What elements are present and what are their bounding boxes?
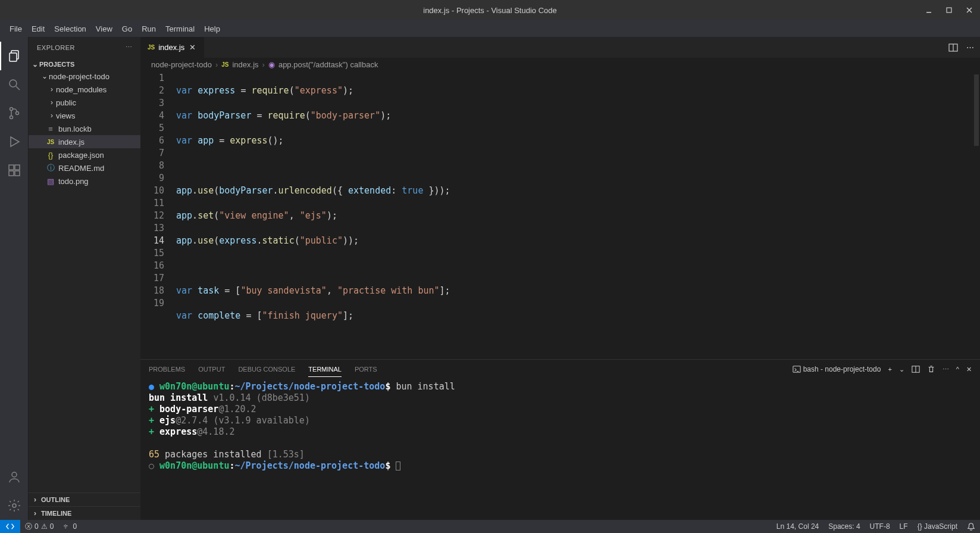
js-icon: JS [221,61,228,68]
menu-run[interactable]: Run [137,22,161,36]
svg-rect-5 [10,53,17,61]
explorer-title: EXPLORER [37,44,75,51]
image-icon: ▧ [45,177,56,186]
status-eol[interactable]: LF [895,522,913,531]
status-spaces[interactable]: Spaces: 4 [824,522,865,531]
kill-terminal-icon[interactable] [927,365,935,373]
terminal-shell-label[interactable]: bash - node-project-todo [793,365,881,373]
svg-rect-12 [9,171,14,176]
panel-tab-output[interactable]: OUTPUT [198,362,225,376]
maximize-button[interactable] [942,3,956,17]
terminal-dropdown-icon[interactable]: ⌄ [899,366,904,373]
json-icon: {} [45,151,56,160]
file-icon: ≡ [45,124,56,133]
folder-views[interactable]: ›views [29,109,140,122]
account-icon[interactable] [0,463,29,491]
breadcrumbs[interactable]: node-project-todo› JS index.js› ◉ app.po… [140,58,980,71]
tab-index-js[interactable]: JS index.js ✕ [140,37,205,58]
menu-terminal[interactable]: Terminal [161,22,199,36]
tab-close-icon[interactable]: ✕ [188,43,197,52]
file-bun-lockb[interactable]: ≡bun.lockb [29,122,140,135]
code-editor[interactable]: 12345678910111213141516171819 var expres… [140,71,980,359]
outline-section[interactable]: › OUTLINE [29,493,140,506]
svg-point-9 [10,116,12,119]
info-icon: ⓘ [45,163,56,173]
status-position[interactable]: Ln 14, Col 24 [772,522,824,531]
terminal-more-icon[interactable]: ⋯ [943,366,949,373]
svg-rect-14 [15,165,20,170]
source-control-icon[interactable] [0,99,29,127]
remote-button[interactable] [0,520,20,533]
menu-go[interactable]: Go [117,22,137,36]
split-terminal-icon[interactable] [912,365,920,373]
svg-point-10 [15,112,18,115]
folder-root[interactable]: ⌄node-project-todo [29,70,140,83]
folder-node-modules[interactable]: ›node_modules [29,83,140,96]
status-port[interactable]: ᯤ0 [58,522,82,531]
run-debug-icon[interactable] [0,127,29,156]
svg-point-15 [12,472,17,477]
minimize-button[interactable] [922,3,936,17]
project-section[interactable]: ⌄PROJECTS [29,59,140,70]
panel-tab-ports[interactable]: PORTS [355,362,377,376]
panel-tab-terminal[interactable]: TERMINAL [308,362,342,377]
menu-file[interactable]: File [5,22,27,36]
file-readme[interactable]: ⓘREADME.md [29,161,140,174]
extensions-icon[interactable] [0,156,29,185]
close-panel-icon[interactable]: ✕ [966,366,972,373]
status-errors[interactable]: ⓧ0 ⚠0 [20,522,58,532]
scrollbar[interactable] [974,74,979,146]
menubar: File Edit Selection View Go Run Terminal… [0,20,980,37]
split-editor-icon[interactable] [948,43,958,52]
status-encoding[interactable]: UTF-8 [865,522,895,531]
file-package-json[interactable]: {}package.json [29,148,140,161]
menu-selection[interactable]: Selection [49,22,90,36]
svg-point-16 [12,504,16,507]
svg-rect-11 [9,165,14,170]
menu-view[interactable]: View [91,22,117,36]
explorer-icon[interactable] [0,42,29,70]
svg-rect-13 [15,171,20,176]
menu-help[interactable]: Help [199,22,225,36]
js-icon: JS [148,44,155,51]
file-todo-png[interactable]: ▧todo.png [29,174,140,188]
editor-more-icon[interactable]: ⋯ [966,43,974,52]
timeline-section[interactable]: › TIMELINE [29,506,140,520]
panel-tab-debug[interactable]: DEBUG CONSOLE [238,362,295,376]
menu-edit[interactable]: Edit [27,22,49,36]
js-icon: JS [45,139,56,145]
new-terminal-icon[interactable]: + [888,366,891,373]
settings-icon[interactable] [0,491,29,520]
folder-public[interactable]: ›public [29,96,140,109]
method-icon: ◉ [268,60,275,69]
search-icon[interactable] [0,70,29,99]
notifications-icon[interactable] [962,522,980,531]
svg-point-8 [10,108,12,111]
status-language[interactable]: {} JavaScript [913,522,962,531]
maximize-panel-icon[interactable]: ^ [956,366,959,373]
svg-rect-0 [926,12,931,13]
svg-rect-1 [947,8,951,13]
close-button[interactable] [962,3,976,17]
svg-line-7 [16,86,20,90]
window-title: index.js - Projects - Visual Studio Code [423,6,556,15]
svg-point-6 [10,80,17,87]
terminal-content[interactable]: ● w0n70n@ubuntu:~/Projects/node-project-… [140,379,980,520]
explorer-more-icon[interactable]: ⋯ [126,43,133,51]
file-index-js[interactable]: JSindex.js [29,135,140,148]
panel-tab-problems[interactable]: PROBLEMS [149,362,185,376]
